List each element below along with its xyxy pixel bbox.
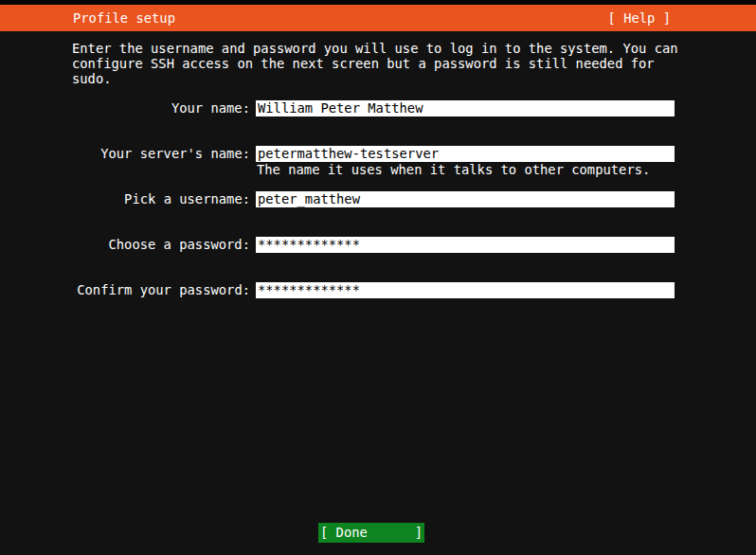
title-bar: Profile setup [ Help ] [0,5,756,31]
name-label: Your name: [57,100,250,116]
confirm-password-label: Confirm your password: [57,282,250,298]
confirm-password-input[interactable] [256,282,675,298]
intro-line-3: sudo. [72,71,678,86]
password-label: Choose a password: [57,237,250,253]
server-name-label: Your server's name: [57,146,250,162]
done-button[interactable]: [ Done ] [318,523,424,543]
installer-screen: Profile setup [ Help ] Enter the usernam… [0,0,756,555]
username-label: Pick a username: [57,191,250,207]
intro-line-1: Enter the username and password you will… [72,41,678,56]
password-input[interactable] [256,237,675,253]
server-name-input[interactable] [256,146,675,162]
page-title: Profile setup [73,5,175,31]
help-button[interactable]: [ Help ] [608,5,671,31]
intro-line-2: configure SSH access on the next screen … [72,56,678,71]
intro-text: Enter the username and password you will… [72,41,678,86]
username-input[interactable] [256,191,675,207]
server-name-help: The name it uses when it talks to other … [257,162,650,177]
name-input[interactable] [256,100,675,116]
